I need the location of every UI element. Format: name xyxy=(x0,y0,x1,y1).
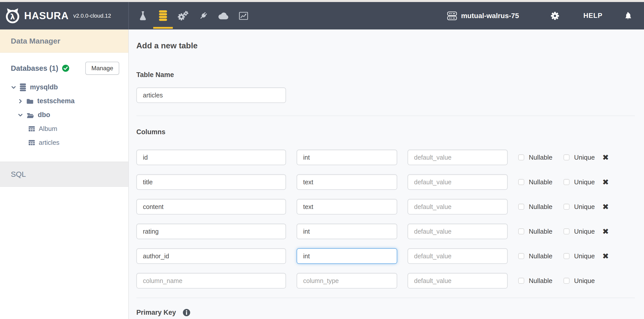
folder-icon xyxy=(26,98,34,104)
tree-item-schema-testschema[interactable]: testschema xyxy=(0,94,128,108)
table-icon xyxy=(28,139,35,146)
unique-checkbox[interactable] xyxy=(564,278,570,284)
brand-area: λ HASURA v2.0.0-cloud.12 xyxy=(0,2,129,29)
remove-column-button[interactable]: ✖ xyxy=(602,228,612,235)
database-icon xyxy=(19,83,26,91)
hasura-console-window: λ HASURA v2.0.0-cloud.12 xyxy=(0,0,644,319)
nav-data[interactable] xyxy=(153,2,173,29)
databases-header-row: Databases (1) Manage xyxy=(11,62,119,75)
version-label: v2.0.0-cloud.12 xyxy=(73,13,111,19)
unique-checkbox[interactable] xyxy=(564,154,570,160)
tree-item-schema-dbo[interactable]: dbo xyxy=(0,108,128,122)
unique-checkbox[interactable] xyxy=(564,179,570,185)
plug-icon xyxy=(198,11,208,21)
brand-wordmark: HASURA xyxy=(24,10,69,21)
column-name-input[interactable] xyxy=(136,248,286,264)
column-default-input[interactable] xyxy=(408,224,508,239)
nullable-checkbox[interactable] xyxy=(518,154,524,160)
unique-checkbox[interactable] xyxy=(564,253,570,259)
nullable-checkbox[interactable] xyxy=(518,179,524,185)
section-divider xyxy=(136,116,635,116)
tree-item-table-articles[interactable]: articles xyxy=(0,136,128,150)
unique-label: Unique xyxy=(574,252,595,260)
settings-button[interactable] xyxy=(550,11,559,20)
unique-label: Unique xyxy=(574,277,595,285)
columns-list: Nullable Unique ✖ Nullable Unique ✖ xyxy=(136,150,635,289)
primary-key-label: Primary Key xyxy=(136,309,176,316)
svg-text:λ: λ xyxy=(10,12,15,21)
column-name-input[interactable] xyxy=(136,224,286,239)
remove-column-button[interactable]: ✖ xyxy=(602,178,612,186)
connected-check-icon xyxy=(62,64,69,72)
column-default-input[interactable] xyxy=(408,150,508,165)
folder-open-icon xyxy=(26,112,34,118)
body-row: Data Manager Databases (1) Manage xyxy=(0,29,644,319)
column-row: Nullable Unique ✖ xyxy=(136,224,635,239)
column-default-input[interactable] xyxy=(408,174,508,190)
flask-icon xyxy=(138,11,147,21)
column-type-input[interactable] xyxy=(297,150,397,165)
column-default-input[interactable] xyxy=(408,199,508,215)
tree-item-table-album[interactable]: Album xyxy=(0,122,128,136)
unique-label: Unique xyxy=(574,178,595,186)
column-row-template: Nullable Unique xyxy=(136,273,635,289)
help-button[interactable]: HELP xyxy=(583,12,602,20)
remove-column-button[interactable]: ✖ xyxy=(602,154,612,161)
manage-databases-button[interactable]: Manage xyxy=(85,62,119,75)
unique-checkbox[interactable] xyxy=(564,228,570,234)
table-icon xyxy=(28,126,35,132)
unique-checkbox[interactable] xyxy=(564,204,570,210)
nullable-label: Nullable xyxy=(529,277,552,285)
tree-item-label: dbo xyxy=(38,111,50,119)
column-name-input[interactable] xyxy=(136,150,286,165)
nullable-label: Nullable xyxy=(529,252,552,260)
chevron-down-icon[interactable] xyxy=(11,86,16,89)
server-icon xyxy=(447,11,457,21)
unique-label: Unique xyxy=(574,154,595,161)
column-default-input[interactable] xyxy=(408,248,508,264)
column-name-input[interactable] xyxy=(136,174,286,190)
table-name-input[interactable] xyxy=(136,87,286,103)
remove-column-button[interactable]: ✖ xyxy=(602,203,612,211)
sidebar-item-sql[interactable]: SQL xyxy=(0,162,128,187)
nullable-label: Nullable xyxy=(529,178,552,186)
page-title: Add a new table xyxy=(136,41,635,50)
column-type-input[interactable] xyxy=(297,199,397,215)
chevron-down-icon[interactable] xyxy=(18,113,23,117)
nav-monitoring[interactable] xyxy=(233,2,254,29)
tree-item-database-mysqldb[interactable]: mysqldb xyxy=(0,80,128,94)
sidebar-title: Data Manager xyxy=(0,29,128,53)
column-name-input[interactable] xyxy=(136,199,286,215)
column-type-input[interactable] xyxy=(297,174,397,190)
nullable-checkbox[interactable] xyxy=(518,278,524,284)
nav-events[interactable] xyxy=(213,2,233,29)
remove-column-button[interactable]: ✖ xyxy=(602,252,612,260)
column-default-input[interactable] xyxy=(408,273,508,289)
section-divider xyxy=(136,298,635,298)
column-row: Nullable Unique ✖ xyxy=(136,248,635,264)
column-type-input[interactable] xyxy=(297,273,397,289)
project-name: mutual-walrus-75 xyxy=(461,12,519,20)
nav-remote-schemas[interactable] xyxy=(193,2,213,29)
sidebar: Data Manager Databases (1) Manage xyxy=(0,29,129,319)
database-icon xyxy=(158,10,168,21)
main-content: Add a new table Table Name Columns Nulla… xyxy=(129,29,644,319)
column-type-input[interactable] xyxy=(297,224,397,239)
tree-item-label: Album xyxy=(39,125,57,133)
top-navbar: λ HASURA v2.0.0-cloud.12 xyxy=(0,2,644,29)
nullable-checkbox[interactable] xyxy=(518,204,524,210)
notifications-button[interactable] xyxy=(624,11,632,20)
chevron-right-icon[interactable] xyxy=(18,99,23,104)
nav-api-explorer[interactable] xyxy=(133,2,153,29)
nullable-checkbox[interactable] xyxy=(518,228,524,234)
column-type-input-focused[interactable] xyxy=(297,248,397,264)
info-icon[interactable] xyxy=(183,309,190,316)
chart-icon xyxy=(239,12,248,20)
active-tab-underline xyxy=(153,27,173,29)
nav-actions[interactable] xyxy=(173,2,193,29)
nullable-checkbox[interactable] xyxy=(518,253,524,259)
primary-key-section: Primary Key xyxy=(136,309,635,316)
project-name-display[interactable]: mutual-walrus-75 xyxy=(447,11,519,21)
primary-nav xyxy=(133,2,254,29)
column-name-input[interactable] xyxy=(136,273,286,289)
